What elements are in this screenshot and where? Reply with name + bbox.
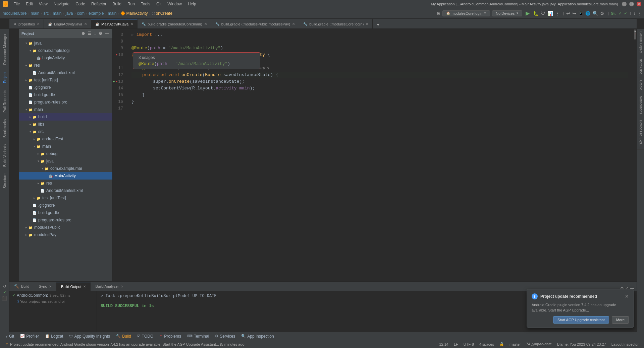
panel-add-btn[interactable]: ⊕	[81, 30, 86, 37]
build-variants-tab[interactable]: Build Variants	[1, 142, 8, 169]
toolbar-app-quality[interactable]: 🛡 App Quality Insights	[66, 334, 113, 339]
breadcrumb-modulescore[interactable]: modulesCore	[3, 11, 26, 16]
agp-upgrade-button[interactable]: Start AGP Upgrade Assistant	[553, 316, 609, 324]
editor-scrollbar[interactable]: ▲ !	[633, 29, 637, 282]
toolbar-app-inspection[interactable]: 🔍 App Inspection	[238, 334, 276, 339]
menu-edit[interactable]: Edit	[23, 1, 36, 7]
menu-view[interactable]: View	[36, 1, 50, 7]
git-pull[interactable]: ↓	[633, 11, 635, 16]
nav-icon-redo[interactable]: ↪	[572, 11, 576, 16]
nav-icon-undo[interactable]: ↩	[566, 11, 570, 16]
git-push[interactable]: ↑	[629, 11, 631, 16]
breadcrumb-main1[interactable]: main	[31, 11, 39, 16]
tree-gitignore2[interactable]: 📄 .gitignore	[19, 202, 112, 209]
tree-loginactivity[interactable]: 🤖 LoginActivity	[19, 54, 112, 62]
menu-tools[interactable]: Tools	[138, 1, 153, 7]
tree-test-folder[interactable]: ▸ 📁 test [unitTest]	[19, 76, 112, 84]
dattek-doc-tab[interactable]: dattek.doc	[637, 56, 644, 77]
menu-refactor[interactable]: Refactor	[89, 1, 109, 7]
sync-icon[interactable]: ↺	[3, 284, 6, 289]
toolbar-problems[interactable]: ⚠ Problems	[157, 334, 184, 339]
breadcrumb-main3[interactable]: main	[108, 11, 116, 16]
tree-com-example-mai[interactable]: ▾ 📁 com.example.mai	[19, 165, 112, 172]
status-spaces[interactable]: 4 spaces	[477, 342, 497, 346]
toolbar-profiler[interactable]: 📈 Profiler	[17, 334, 42, 339]
tab-properties[interactable]: ⚙ properties ✕	[9, 19, 44, 28]
status-encoding[interactable]: UTF-8	[461, 342, 477, 346]
module-selector[interactable]: 🏠 modulesCore.login	[442, 10, 490, 16]
analyzer-close[interactable]: ✕	[121, 285, 123, 288]
more-button[interactable]: More	[612, 316, 629, 324]
tab-loginactivity[interactable]: ☕ LoginActivity.java ✕	[44, 19, 91, 28]
tree-androidmanifest1[interactable]: 📄 AndroidManifest.xml	[19, 69, 112, 76]
sync-close[interactable]: ✕	[49, 285, 52, 288]
breadcrumb-main2[interactable]: main	[53, 11, 61, 16]
breadcrumb-src[interactable]: src	[43, 11, 49, 16]
toolbar-build[interactable]: 🔨 Build	[113, 334, 134, 339]
status-blame[interactable]: Blame: You 2023-09-24 23:27	[554, 342, 609, 346]
check-icon[interactable]: ✓	[3, 290, 6, 295]
panel-sort-btn[interactable]: ↕	[93, 30, 97, 37]
menu-navigate[interactable]: Navigate	[51, 1, 72, 7]
minimize-button[interactable]: —	[622, 2, 627, 6]
tree-main-folder[interactable]: ▾ 📁 main	[19, 106, 112, 113]
tab-close-loginactivity[interactable]: ✕	[84, 22, 87, 26]
gradle-tab[interactable]: Gradle	[637, 77, 644, 93]
nav-icon-debug[interactable]: 🐛	[533, 11, 539, 16]
nav-icon-coverage[interactable]: 🛡	[541, 11, 545, 16]
git-check1[interactable]: ✓	[619, 11, 622, 16]
notifications-tab[interactable]: Notifications	[637, 93, 644, 117]
layout-inspector[interactable]: Layout Inspector	[609, 342, 641, 346]
tab-build-gradle-main[interactable]: 🔧 build.gradle (:modulesCore:main) ✕	[138, 19, 211, 28]
tree-gitignore1[interactable]: 📄 .gitignore	[19, 84, 112, 91]
menu-code[interactable]: Code	[73, 1, 88, 7]
breadcrumb-mainactivity[interactable]: 🔶MainActivity	[120, 11, 148, 16]
tab-mainactivity[interactable]: ☕ MainActivity.java ✕	[91, 19, 138, 28]
tab-build-gradle-pay[interactable]: 🔧 build.gradle (:modulesPublic:modulesPa…	[211, 19, 299, 28]
tab-close-mainactivity[interactable]: ✕	[130, 22, 133, 26]
tree-src-folder[interactable]: ▾ 📁 src	[19, 128, 112, 135]
nav-icon-translate[interactable]: 🌐	[585, 11, 590, 16]
tree-debug-folder[interactable]: ▸ 📁 debug	[19, 150, 112, 157]
tree-java-folder[interactable]: ▾ 📁 java	[19, 40, 112, 47]
tree-androidtest-folder[interactable]: ▸ 📁 androidTest	[19, 135, 112, 143]
nav-icon-cursor[interactable]: ⊕	[436, 11, 440, 16]
pull-requests-tab[interactable]: Pull Requests	[1, 88, 8, 115]
tree-buildgradle1[interactable]: 📄 build.gradle	[19, 91, 112, 98]
tab-build-gradle-login[interactable]: 🔧 build.gradle (:modulesCore:login) ✕	[299, 19, 373, 28]
tree-proguard2[interactable]: 📄 proguard-rules.pro	[19, 216, 112, 224]
github-copilot-tab[interactable]: GitHub Copilot	[637, 29, 644, 56]
toolbar-services[interactable]: ⚙ Services	[212, 334, 238, 339]
menu-window[interactable]: Window	[165, 1, 184, 7]
tab-close-properties[interactable]: ✕	[37, 22, 40, 26]
status-lf[interactable]: LF	[451, 342, 461, 346]
tree-java-main-folder[interactable]: ▾ 📁 java	[19, 157, 112, 165]
device-file-tab[interactable]: Device File Expl...	[637, 117, 644, 150]
nav-icon-search[interactable]: 🔍	[592, 11, 598, 16]
notif-close-button[interactable]: ✕	[625, 294, 629, 299]
tree-res2-folder[interactable]: ▸ 📁 res	[19, 180, 112, 187]
panel-list-btn[interactable]: ☰	[87, 30, 92, 37]
git-check2[interactable]: ✓	[624, 11, 627, 16]
nav-icon-more[interactable]: ⋮	[555, 11, 560, 16]
status-warning-text[interactable]: ⚠ Project update recommended: Android Gr…	[3, 342, 247, 346]
tree-modulespay[interactable]: ▸ 📁 modulesPay	[19, 231, 112, 238]
breadcrumb-example[interactable]: example	[89, 11, 104, 16]
menu-git[interactable]: Git	[154, 1, 164, 7]
menu-build[interactable]: Build	[110, 1, 124, 7]
bookmarks-tab[interactable]: Bookmarks	[1, 117, 8, 140]
tree-build-folder[interactable]: ▸ 📁 build	[19, 113, 112, 121]
tree-main-main-folder[interactable]: ▾ 📁 main	[19, 143, 112, 150]
toolbar-terminal[interactable]: ⌨ Terminal	[184, 334, 212, 339]
stop-icon[interactable]: ⬛	[2, 296, 7, 301]
tree-androidmanifest2[interactable]: 📄 AndroidManifest.xml	[19, 187, 112, 194]
tab-close-build-gradle-main[interactable]: ✕	[204, 22, 207, 26]
tree-res-folder[interactable]: ▸ 📁 res	[19, 62, 112, 69]
tree-modulespublic[interactable]: ▸ 📁 modulesPublic	[19, 224, 112, 231]
tab-close-build-gradle-login[interactable]: ✕	[366, 22, 368, 26]
tree-buildgradle2[interactable]: 📄 build.gradle	[19, 209, 112, 216]
device-selector[interactable]: No Devices	[492, 10, 522, 16]
run-button[interactable]: ▶	[524, 10, 531, 16]
breadcrumb-java[interactable]: java	[65, 11, 73, 16]
toolbar-logcat[interactable]: 📋 Logcat	[42, 334, 66, 339]
